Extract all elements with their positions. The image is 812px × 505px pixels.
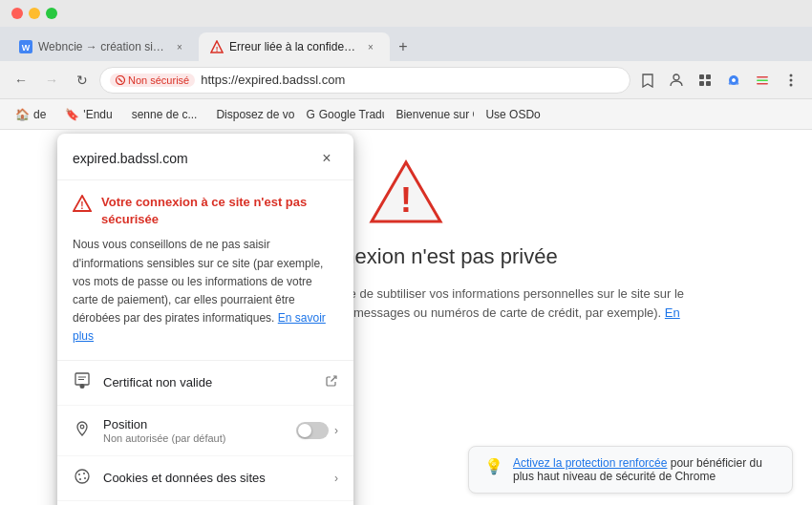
location-icon — [73, 420, 92, 441]
url-text: https://expired.badssl.com — [201, 73, 345, 87]
svg-point-31 — [83, 473, 85, 474]
bookmark-item-1[interactable]: 🔖 'Endu — [57, 106, 119, 123]
title-bar — [0, 0, 812, 27]
popup-item-cert-left: Certificat non valide — [73, 372, 212, 393]
bookmark-label-2: senne de c... — [132, 108, 198, 121]
warning-triangle-icon: ! — [73, 195, 92, 217]
tab-favicon-2: ! — [210, 40, 224, 53]
bookmark-item-3[interactable]: Disposez de votre... — [208, 106, 294, 123]
svg-rect-14 — [757, 79, 768, 81]
svg-line-5 — [118, 78, 122, 82]
extensions2-button[interactable] — [749, 67, 776, 94]
popup-item-cookies-right: › — [334, 472, 338, 485]
bookmark-item-0[interactable]: 🏠 de — [8, 106, 53, 123]
bookmark-button[interactable] — [634, 67, 661, 94]
svg-rect-10 — [706, 81, 711, 86]
security-badge: Non sécurisé — [110, 74, 195, 87]
cookies-chevron-icon: › — [334, 472, 338, 485]
new-tab-button[interactable]: + — [390, 32, 417, 61]
popup-item-cookies[interactable]: Cookies et données des sites › — [57, 456, 353, 501]
popup-item-location-content: Position Non autorisée (par défaut) — [103, 417, 225, 444]
svg-point-29 — [75, 470, 89, 483]
svg-point-18 — [790, 83, 793, 86]
reload-button[interactable]: ↻ — [69, 67, 96, 94]
cookie-icon — [73, 468, 92, 489]
location-toggle[interactable] — [296, 422, 329, 439]
protection-icon: 💡 — [484, 457, 503, 475]
bookmark-label-3: Disposez de votre... — [216, 108, 294, 121]
nav-bar: ← → ↻ Non sécurisé https://expired.badss… — [0, 61, 812, 99]
bookmark-item-2[interactable]: senne de c... — [124, 106, 205, 123]
tab-bar: W Webncie → création site web × ! Erreur… — [0, 27, 812, 61]
maximize-window-button[interactable] — [46, 8, 57, 19]
svg-rect-13 — [757, 76, 768, 78]
popup-item-cert-content: Certificat non valide — [103, 375, 212, 389]
popup-cookies-label: Cookies et données des sites — [103, 471, 266, 485]
extensions-button[interactable] — [692, 67, 718, 94]
bookmark-item-6[interactable]: Use OSDo — [478, 106, 547, 123]
forward-button[interactable]: → — [38, 67, 65, 94]
svg-point-32 — [79, 478, 81, 480]
popup-item-location-right: › — [296, 422, 338, 439]
popup-warning-text: Nous vous conseillons de ne pas saisir d… — [73, 236, 338, 346]
bookmark-label-5: Bienvenue sur Cyb... — [395, 108, 474, 121]
nav-actions — [634, 67, 804, 94]
svg-point-12 — [732, 78, 736, 82]
tab-1[interactable]: W Webncie → création site web × — [8, 32, 199, 61]
popup-item-cookies-content: Cookies et données des sites — [103, 471, 266, 485]
address-bar[interactable]: Non sécurisé https://expired.badssl.com — [99, 67, 630, 94]
svg-point-30 — [78, 473, 80, 475]
content-area: ! Votre connexion n'est pas privée Des i… — [0, 130, 812, 505]
external-link-icon-cert — [325, 374, 338, 390]
svg-text:W: W — [22, 43, 31, 53]
tab-close-2[interactable]: × — [363, 39, 378, 54]
tab-2[interactable]: ! Erreur liée à la confidentialité × — [199, 32, 390, 61]
protection-link[interactable]: Activez la protection renforcée — [513, 456, 667, 470]
protection-banner: 💡 Activez la protection renforcée pour b… — [468, 446, 793, 494]
minimize-window-button[interactable] — [29, 8, 40, 19]
svg-point-28 — [80, 425, 84, 429]
bookmark-item-5[interactable]: Bienvenue sur Cyb... — [388, 106, 474, 123]
popup-item-cert-right — [325, 374, 338, 390]
bookmark-label-6: Use OSDo — [485, 108, 540, 121]
svg-text:!: ! — [80, 200, 83, 211]
bookmark-item-4[interactable]: G Google Traduction — [298, 106, 384, 123]
tab-label-1: Webncie → création site web — [38, 40, 166, 53]
popup-item-location-left: Position Non autorisée (par défaut) — [73, 417, 225, 444]
popup-warning-section: ! Votre connexion à ce site n'est pas sé… — [57, 180, 353, 361]
popup-header: expired.badssl.com × — [57, 134, 353, 180]
bookmark-label-1: 'Endu — [83, 108, 112, 121]
security-popup: expired.badssl.com × ! Votre connexion à… — [57, 134, 353, 505]
close-window-button[interactable] — [11, 8, 23, 19]
popup-item-location[interactable]: Position Non autorisée (par défaut) › — [57, 406, 353, 456]
popup-cert-label: Certificat non valide — [103, 375, 212, 389]
chrome-menu-button[interactable] — [720, 67, 747, 94]
svg-point-17 — [790, 78, 793, 81]
back-button[interactable]: ← — [8, 67, 34, 94]
popup-location-sublabel: Non autorisée (par défaut) — [103, 432, 225, 444]
bookmark-label-4: Google Traduction — [319, 108, 385, 121]
bookmark-icon-4: G — [306, 108, 314, 121]
popup-location-label: Position — [103, 417, 225, 431]
svg-point-26 — [80, 384, 85, 389]
bookmark-icon-0: 🏠 — [15, 108, 30, 121]
popup-item-settings[interactable]: Paramètres des sites — [57, 501, 353, 506]
svg-rect-7 — [699, 74, 704, 79]
svg-rect-8 — [706, 74, 711, 79]
svg-line-27 — [331, 377, 336, 382]
error-icon: ! — [368, 158, 444, 225]
toggle-knob — [298, 424, 311, 437]
location-chevron-icon: › — [334, 424, 338, 437]
svg-rect-9 — [699, 81, 704, 86]
protection-text: Activez la protection renforcée pour bén… — [513, 456, 777, 483]
svg-text:!: ! — [400, 180, 412, 220]
more-menu-button[interactable] — [778, 67, 804, 94]
svg-point-16 — [790, 74, 793, 76]
traffic-lights — [11, 8, 57, 19]
bookmark-icon-1: 🔖 — [65, 108, 79, 121]
popup-item-cert[interactable]: Certificat non valide — [57, 361, 353, 406]
tab-close-1[interactable]: × — [172, 39, 187, 54]
profile-button[interactable] — [663, 67, 690, 94]
popup-close-button[interactable]: × — [315, 147, 338, 170]
popup-domain: expired.badssl.com — [73, 151, 188, 166]
